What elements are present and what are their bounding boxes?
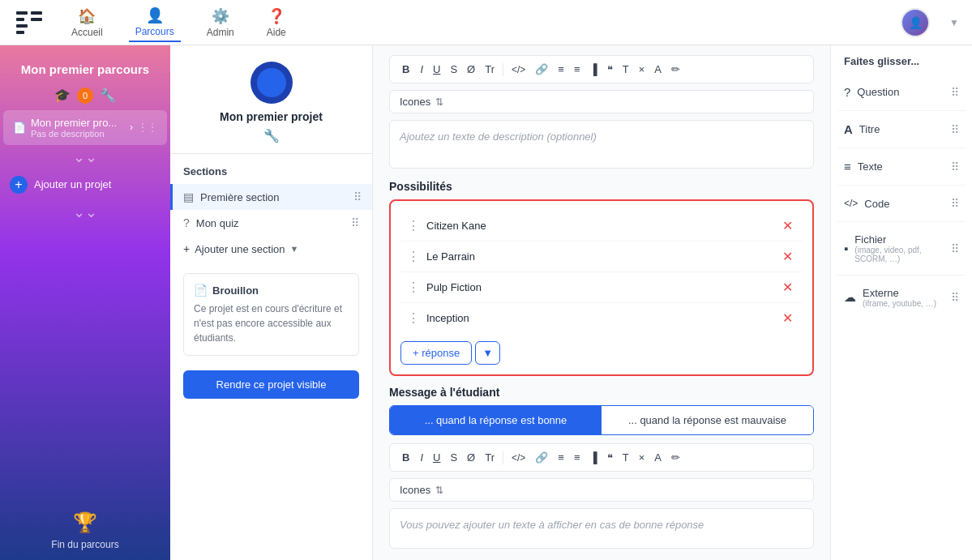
toolbar-remove[interactable]: ×	[636, 62, 649, 77]
parcours-icon: 👤	[146, 6, 164, 24]
toolbar2-highlight[interactable]: Ø	[464, 450, 478, 465]
user-avatar[interactable]: 👤	[901, 8, 930, 37]
toolbar2-italic[interactable]: I	[417, 450, 426, 465]
project-edit-icon[interactable]: 🔧	[263, 128, 280, 143]
add-response-dropdown-btn[interactable]: ▼	[475, 341, 500, 365]
active-project-desc: Pas de description	[31, 129, 125, 139]
toolbar2-link[interactable]: 🔗	[532, 450, 551, 465]
toolbar2-code[interactable]: </>	[508, 451, 529, 465]
fichier-item-sublabel: (image, video, pdf, SCORM, …)	[854, 246, 951, 263]
sidebar-project-item[interactable]: 📄 Mon premier pro... Pas de description …	[3, 110, 167, 145]
toolbar2-color[interactable]: A	[651, 450, 665, 465]
question-item-label: Question	[857, 86, 899, 98]
svg-rect-0	[16, 11, 28, 15]
toolbar2-strikethrough[interactable]: S	[447, 450, 460, 465]
right-item-titre[interactable]: A Titre ⠿	[837, 114, 966, 144]
section-question-icon: ?	[183, 216, 190, 229]
icons-row-1: Icones ⇅	[389, 90, 814, 113]
course-icons-row: 🎓 0 🔧	[0, 84, 170, 110]
right-divider-1	[837, 110, 966, 111]
toolbar2-underline[interactable]: U	[430, 450, 443, 465]
sidebar-settings-icon[interactable]: 🔧	[100, 88, 116, 104]
logo[interactable]	[13, 6, 45, 39]
toolbar2-format[interactable]: Tr	[482, 450, 498, 465]
texte-item-label: Texte	[858, 160, 883, 173]
good-response-area[interactable]: Vous pouvez ajouter un texte à afficher …	[389, 508, 814, 549]
add-section-btn[interactable]: + Ajouter une section ▼	[170, 236, 372, 262]
nav-item-admin[interactable]: ⚙️ Admin	[200, 4, 241, 41]
toolbar-italic[interactable]: I	[417, 62, 426, 77]
toolbar-list-ul[interactable]: ≡	[555, 62, 567, 77]
main-content: B I U S Ø Tr </> 🔗 ≡ ≡ ▐ ❝ T × A ✏ Icone…	[373, 45, 830, 560]
good-response-placeholder: Vous pouvez ajouter un texte à afficher …	[400, 519, 704, 531]
right-drag-6: ⠿	[951, 291, 959, 304]
toolbar-pen[interactable]: ✏	[668, 62, 683, 77]
delete-btn-2[interactable]: ✕	[779, 249, 796, 264]
section-item-quiz[interactable]: ? Mon quiz ⠿	[170, 210, 372, 236]
toolbar-align[interactable]: ▐	[587, 62, 601, 77]
toolbar-quote[interactable]: ❝	[604, 62, 616, 77]
svg-rect-5	[31, 18, 42, 21]
nav-item-aide[interactable]: ❓ Aide	[260, 4, 293, 41]
left-sidebar: Mon premier parcours 🎓 0 🔧 📄 Mon premier…	[0, 45, 170, 560]
toolbar-highlight[interactable]: Ø	[464, 62, 478, 77]
toolbar-color[interactable]: A	[651, 62, 665, 77]
right-item-code[interactable]: </> Code ⠿	[837, 189, 966, 218]
toolbar2-remove[interactable]: ×	[636, 450, 649, 465]
delete-btn-4[interactable]: ✕	[779, 310, 796, 326]
aide-icon: ❓	[268, 7, 285, 25]
right-divider-5	[837, 275, 966, 276]
toolbar-code[interactable]: </>	[508, 62, 529, 77]
icons-sort-icon-2[interactable]: ⇅	[435, 485, 443, 496]
active-project-name: Mon premier pro...	[31, 117, 125, 129]
right-divider-3	[837, 185, 966, 186]
description-area[interactable]: Ajoutez un texte de description (optionn…	[389, 120, 814, 169]
right-item-question[interactable]: ? Question ⠿	[837, 77, 966, 107]
toolbar-bold[interactable]: B	[398, 62, 413, 77]
section-label-quiz: Mon quiz	[196, 217, 345, 229]
toolbar-link[interactable]: 🔗	[532, 62, 551, 77]
toolbar2-quote[interactable]: ❝	[604, 450, 616, 465]
tab-good-response[interactable]: ... quand la réponse est bonne	[390, 406, 602, 434]
add-response-row: + réponse ▼	[400, 341, 803, 365]
toolbar2-align[interactable]: ▐	[587, 450, 601, 465]
toolbar2-list-ul[interactable]: ≡	[555, 450, 567, 465]
right-divider-2	[837, 147, 966, 148]
right-item-externe[interactable]: ☁ Externe (iframe, youtube, …) ⠿	[837, 279, 966, 316]
section-item-premiere[interactable]: ▤ Première section ⠿	[170, 184, 372, 210]
possibility-item-2: ⋮ Le Parrain ✕	[400, 242, 803, 272]
toolbar-list-ol[interactable]: ≡	[571, 62, 584, 77]
toolbar2-bold[interactable]: B	[398, 450, 413, 465]
toolbar-format[interactable]: Tr	[482, 62, 498, 77]
question-item-icon: ?	[844, 85, 850, 99]
toolbar-text-t[interactable]: T	[619, 62, 632, 77]
delete-btn-3[interactable]: ✕	[779, 280, 796, 295]
drag-handle-4[interactable]: ⋮	[407, 310, 420, 326]
icons-sort-icon[interactable]: ⇅	[435, 96, 443, 108]
right-item-fichier[interactable]: ▪ Fichier (image, video, pdf, SCORM, …) …	[837, 225, 966, 271]
drag-handle-1[interactable]: ⋮	[407, 218, 420, 233]
right-panel-title: Faites glisser...	[837, 55, 966, 75]
avatar-chevron[interactable]: ▼	[949, 17, 959, 28]
toolbar2-pen[interactable]: ✏	[668, 450, 683, 465]
nav-item-parcours[interactable]: 👤 Parcours	[129, 3, 181, 42]
right-item-texte[interactable]: ≡ Texte ⠿	[837, 152, 966, 182]
editor-toolbar-2: B I U S Ø Tr </> 🔗 ≡ ≡ ▐ ❝ T × A ✏	[389, 443, 814, 472]
texte-item-icon: ≡	[844, 160, 851, 173]
tab-bad-response[interactable]: ... quand la réponse est mauvaise	[602, 406, 813, 434]
add-project-row[interactable]: + Ajouter un projet	[0, 169, 170, 200]
titre-item-icon: A	[844, 122, 853, 136]
section-drag-handle-2: ⠿	[351, 216, 359, 229]
middle-panel: Mon premier projet 🔧 Sections ▤ Première…	[170, 45, 373, 560]
add-response-button[interactable]: + réponse	[400, 341, 472, 365]
toolbar2-list-ol[interactable]: ≡	[571, 450, 584, 465]
nav-item-accueil[interactable]: 🏠 Accueil	[65, 4, 109, 41]
toolbar2-text-t[interactable]: T	[619, 450, 632, 465]
make-visible-button[interactable]: Rendre ce projet visible	[183, 370, 359, 399]
drag-handle-3[interactable]: ⋮	[407, 280, 420, 295]
toolbar-underline[interactable]: U	[430, 62, 443, 77]
delete-btn-1[interactable]: ✕	[779, 218, 796, 233]
drag-handle-2[interactable]: ⋮	[407, 249, 420, 264]
toolbar-strikethrough[interactable]: S	[447, 62, 460, 77]
add-section-label: Ajouter une section	[195, 243, 285, 255]
